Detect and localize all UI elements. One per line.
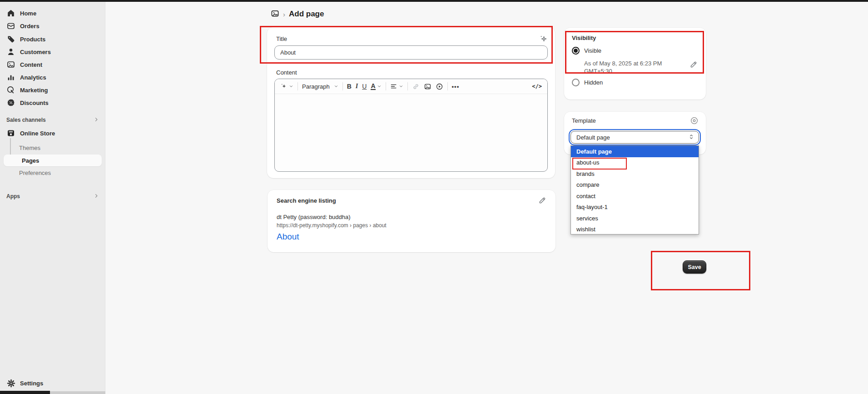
sidebar-item-discounts[interactable]: Discounts: [4, 97, 102, 109]
paragraph-style-label: Paragraph: [302, 83, 330, 90]
visible-radio-row[interactable]: Visible: [572, 47, 601, 55]
visible-since-text: As of May 8, 2025 at 6:23 PM GMT+5:30: [584, 60, 662, 75]
hidden-radio-label: Hidden: [584, 79, 603, 86]
top-chrome-strip: [0, 0, 868, 2]
dropdown-option-services[interactable]: services: [571, 213, 699, 224]
ai-sparkle-button[interactable]: [280, 83, 293, 90]
insert-image-icon[interactable]: [424, 83, 432, 90]
text-color-label: A: [371, 83, 375, 90]
seo-result-title-link[interactable]: About: [277, 232, 299, 242]
breadcrumb: › Add page: [271, 8, 324, 20]
dropdown-option-contact[interactable]: contact: [571, 190, 699, 202]
alignment-button[interactable]: [390, 83, 403, 90]
marketing-icon: [6, 85, 15, 95]
view-eye-icon[interactable]: [690, 116, 699, 125]
dropdown-option-compare[interactable]: compare: [571, 180, 699, 191]
insert-video-icon[interactable]: [436, 83, 443, 90]
dropdown-option-about-us[interactable]: about-us: [571, 157, 699, 169]
visibility-card: Visibility Visible As of May 8, 2025 at …: [564, 28, 706, 100]
toolbar-divider: [407, 82, 408, 90]
bottom-chrome-strip: [0, 391, 50, 394]
analytics-icon: [6, 73, 15, 82]
underline-button[interactable]: U: [362, 83, 367, 90]
paragraph-style-dropdown[interactable]: Paragraph: [302, 83, 338, 90]
sales-channels-header-label: Sales channels: [6, 117, 46, 123]
visible-since-line1: As of May 8, 2025 at 6:23 PM: [584, 60, 662, 67]
sidebar-item-label: Online Store: [20, 130, 55, 137]
visible-radio-label: Visible: [584, 47, 601, 54]
sidebar-item-pages[interactable]: Pages: [4, 155, 102, 166]
sidebar-item-label: Customers: [20, 49, 51, 55]
sidebar-item-settings[interactable]: Settings: [4, 377, 102, 389]
sidebar-item-label: Discounts: [20, 100, 49, 106]
toolbar-divider: [447, 82, 448, 90]
title-field-label: Title: [276, 35, 287, 42]
rich-text-editor: Paragraph B I U A: [274, 79, 548, 172]
sidebar-item-label: Analytics: [20, 74, 46, 81]
chevron-right-icon: [94, 116, 99, 124]
title-input[interactable]: [274, 45, 548, 60]
sidebar-item-preferences[interactable]: Preferences: [4, 167, 102, 179]
sidebar-item-label: Preferences: [19, 170, 51, 176]
page-title: Add page: [289, 10, 324, 19]
content-editing-area[interactable]: [275, 94, 547, 172]
save-button[interactable]: Save: [683, 260, 706, 274]
hidden-radio-row[interactable]: Hidden: [572, 79, 603, 86]
content-field-label: Content: [276, 69, 297, 76]
home-icon: [6, 9, 15, 18]
select-updown-icon: [689, 134, 694, 141]
sidebar-item-orders[interactable]: Orders: [4, 20, 102, 32]
link-icon[interactable]: [412, 83, 420, 90]
sidebar-item-label: Orders: [20, 23, 40, 30]
visible-since-line2: GMT+5:30: [584, 67, 662, 75]
sidebar-item-customers[interactable]: Customers: [4, 46, 102, 58]
seo-store-name: dt Petty (password: buddha): [277, 214, 351, 220]
dropdown-option-faq-layout-1[interactable]: faq-layout-1: [571, 202, 699, 213]
content-icon: [6, 60, 15, 69]
orders-icon: [6, 21, 15, 30]
shopify-admin-add-page: Home Orders Products Customers Content A…: [0, 0, 868, 394]
dropdown-option-brands[interactable]: brands: [571, 168, 699, 180]
template-dropdown-menu: Default page about-us brands compare con…: [570, 145, 699, 234]
radio-unselected-icon[interactable]: [572, 79, 580, 86]
sidebar-item-content[interactable]: Content: [4, 59, 102, 70]
template-select[interactable]: Default page: [570, 131, 699, 144]
products-icon: [6, 35, 15, 44]
apps-header-label: Apps: [6, 193, 20, 199]
sidebar-item-themes[interactable]: Themes: [4, 142, 102, 154]
edit-pencil-icon[interactable]: [538, 196, 546, 204]
template-label: Template: [572, 117, 596, 124]
bold-button[interactable]: B: [347, 83, 352, 90]
pages-breadcrumb-icon[interactable]: [271, 9, 279, 20]
page-editor-card: Title Content Paragraph B I U A: [267, 27, 555, 178]
sidebar-item-home[interactable]: Home: [4, 7, 102, 19]
edit-pencil-icon[interactable]: [689, 60, 698, 69]
sidebar-section-apps[interactable]: Apps: [4, 190, 102, 202]
text-color-button[interactable]: A: [371, 83, 381, 90]
sidebar-item-analytics[interactable]: Analytics: [4, 71, 102, 83]
online-store-icon: [6, 129, 15, 138]
toolbar-divider: [298, 82, 298, 90]
sidebar-section-sales-channels[interactable]: Sales channels: [4, 114, 102, 126]
sidebar-item-products[interactable]: Products: [4, 33, 102, 45]
sidebar-item-label: Themes: [19, 145, 40, 151]
toolbar-divider: [386, 82, 386, 90]
sidebar: Home Orders Products Customers Content A…: [0, 2, 105, 394]
radio-selected-icon[interactable]: [572, 47, 580, 55]
sidebar-item-marketing[interactable]: Marketing: [4, 84, 102, 96]
visibility-heading: Visibility: [572, 35, 596, 41]
editor-toolbar: Paragraph B I U A: [275, 79, 547, 94]
italic-button[interactable]: I: [356, 83, 358, 90]
sidebar-item-online-store[interactable]: Online Store: [4, 127, 102, 139]
more-options-icon[interactable]: •••: [452, 83, 460, 90]
sidebar-item-label: Marketing: [20, 87, 48, 94]
sidebar-item-label: Home: [20, 10, 36, 17]
chevron-right-icon: [94, 192, 99, 200]
gear-icon: [6, 379, 15, 388]
code-view-icon[interactable]: </>: [532, 83, 542, 90]
magic-sparkle-icon[interactable]: [539, 35, 548, 44]
seo-card-heading: Search engine listing: [277, 197, 336, 204]
dropdown-option-default-page[interactable]: Default page: [571, 146, 699, 157]
sidebar-item-label: Settings: [20, 380, 43, 387]
dropdown-option-wishlist[interactable]: wishlist: [571, 224, 699, 235]
